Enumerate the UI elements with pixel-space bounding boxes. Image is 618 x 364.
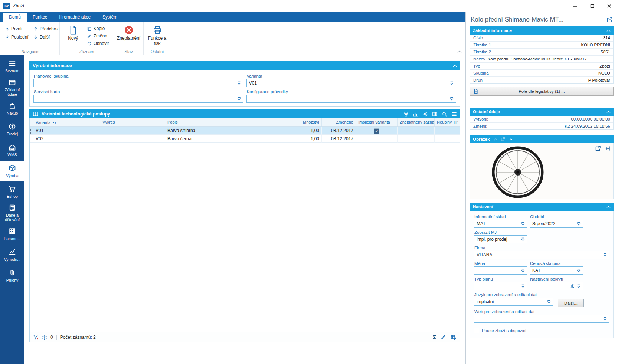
guide-config-select[interactable] <box>246 95 457 103</box>
filter-icon[interactable] <box>33 334 39 340</box>
sidebar-item-zakladni-udaje[interactable]: Základní údaje <box>0 77 24 98</box>
collapse-icon[interactable] <box>453 65 457 67</box>
col-varianta[interactable]: Varianta▲1 <box>33 118 100 126</box>
refresh-icon <box>87 41 92 46</box>
tab-hromadne-akce[interactable]: Hromadné akce <box>53 13 97 22</box>
col-zmeneno[interactable]: Změněno <box>322 118 356 126</box>
sidebar-item-nakup[interactable]: Nákup <box>0 98 24 119</box>
dropdown-icon[interactable] <box>602 315 608 322</box>
ribbon-collapse-button[interactable] <box>457 50 462 53</box>
service-card-select[interactable] <box>33 95 243 103</box>
print-icon[interactable] <box>403 111 409 117</box>
collapse-icon[interactable] <box>606 111 611 113</box>
col-neuplny-tp[interactable]: Neúplný TP <box>435 118 460 126</box>
dropdown-icon[interactable] <box>520 220 526 227</box>
sidebar-item-wms[interactable]: WMS <box>0 140 24 161</box>
dropdown-icon[interactable] <box>575 220 582 227</box>
dropdown-icon[interactable] <box>520 267 526 274</box>
table-row[interactable]: V02 Barva černá 1,00 08.12.2017 <box>30 135 460 143</box>
open-external-icon[interactable] <box>606 17 613 23</box>
table-menu-icon[interactable] <box>451 111 457 117</box>
columns-icon[interactable] <box>432 111 438 117</box>
dropdown-icon[interactable] <box>575 283 582 289</box>
sidebar-item-dane-a-uctovani[interactable]: Daně a účtování <box>0 202 24 224</box>
price-group-select[interactable]: KAT <box>530 266 583 275</box>
dropdown-icon[interactable] <box>236 80 242 86</box>
web-select[interactable] <box>474 315 609 323</box>
variant-select[interactable]: V01 <box>246 79 457 87</box>
new-button[interactable]: Nový <box>63 24 84 46</box>
snowflake-icon[interactable] <box>42 335 47 340</box>
detail-row-cislo: Číslo314 <box>470 35 613 42</box>
dropdown-icon[interactable] <box>448 80 455 86</box>
col-popis[interactable]: Popis <box>165 118 281 126</box>
gear-icon[interactable] <box>569 284 575 288</box>
edit-pencil-icon[interactable] <box>441 334 446 340</box>
tab-domu[interactable]: Domů <box>3 13 27 22</box>
col-vykres[interactable]: Výkres <box>100 118 165 126</box>
dropdown-icon[interactable] <box>448 95 455 102</box>
collapse-icon[interactable] <box>509 138 513 141</box>
display-mj-select[interactable]: impl. pro prodej <box>474 235 527 243</box>
plan-type-select[interactable] <box>474 282 527 290</box>
coverage-label: Nastavení pokrytí <box>530 277 583 281</box>
ribbon-tabstrip: Domů Funkce Hromadné akce Systém <box>0 12 465 22</box>
sidebar-item-seznam[interactable]: Seznam <box>0 56 24 77</box>
sidebar-item-eshop[interactable]: Eshop <box>0 181 24 202</box>
planning-group-select[interactable] <box>33 79 243 87</box>
table-row[interactable]: V01 Barva stříbrná 1,00 08.12.2017 ✓ <box>30 127 460 135</box>
invalidate-button[interactable]: Zneplatnění <box>118 24 140 41</box>
planning-group-label: Plánovací skupina <box>34 74 243 78</box>
sidebar-item-vyroba[interactable]: Výroba <box>0 161 24 181</box>
edit-button[interactable]: Změna <box>85 33 111 39</box>
tab-system[interactable]: Systém <box>97 13 123 22</box>
dropdown-icon[interactable] <box>520 236 526 243</box>
zoom-settings-icon[interactable] <box>442 111 447 117</box>
pin-icon[interactable] <box>493 137 498 141</box>
col-zneplatneny-zaznam[interactable]: Zneplatněný záznam <box>398 118 435 126</box>
close-button[interactable] <box>601 0 618 12</box>
currency-select[interactable] <box>474 266 527 275</box>
dropdown-icon[interactable] <box>546 298 552 305</box>
period-select[interactable]: Srpen/2022 <box>530 220 583 228</box>
minimize-button[interactable] <box>566 0 583 12</box>
dropdown-icon[interactable] <box>575 267 582 274</box>
sidebar-item-vyhodnoceni[interactable]: Vyhodn... <box>0 245 24 265</box>
sidebar-item-prilohy[interactable]: Přílohy <box>0 265 24 286</box>
legislative-fields-button[interactable]: Pole dle legislativy (1) ... <box>470 87 614 96</box>
collapse-icon[interactable] <box>606 206 611 208</box>
chart-icon[interactable] <box>413 111 418 117</box>
next-button[interactable]: Další <box>32 34 62 40</box>
dropdown-icon[interactable] <box>602 252 608 258</box>
table-edit-icon[interactable] <box>451 334 457 340</box>
last-button[interactable]: Poslední <box>3 34 30 40</box>
maximize-button[interactable] <box>583 0 601 12</box>
only-available-checkbox[interactable] <box>474 328 479 333</box>
more-button[interactable]: Další... <box>558 299 584 307</box>
dropdown-icon[interactable] <box>236 95 242 102</box>
only-available-row: Pouze zboží s dispozicí <box>474 328 609 333</box>
mill-icon[interactable] <box>422 111 428 117</box>
fit-width-icon[interactable] <box>604 145 610 151</box>
collapse-icon[interactable] <box>606 29 611 32</box>
col-implicitni-varianta[interactable]: Implicitní varianta <box>356 118 398 126</box>
copy-button[interactable]: Kopie <box>85 26 111 32</box>
company-select[interactable]: VITANA <box>474 251 609 259</box>
checkbox-checked[interactable]: ✓ <box>374 128 379 134</box>
calculator-icon <box>9 204 16 211</box>
previous-button[interactable]: Předchozí <box>32 26 62 32</box>
sum-icon[interactable]: Σ <box>433 334 436 340</box>
dropdown-icon[interactable] <box>520 283 526 289</box>
info-warehouse-select[interactable]: MAT <box>474 220 527 228</box>
sidebar-item-prodej[interactable]: Prodej <box>0 119 24 140</box>
sidebar-item-parametry[interactable]: Parame... <box>0 224 24 245</box>
popout-icon[interactable] <box>501 137 505 141</box>
functions-print-button[interactable]: Funkce a tisk <box>147 24 168 46</box>
open-image-external-icon[interactable] <box>595 145 601 151</box>
first-button[interactable]: První <box>3 26 30 32</box>
tab-funkce[interactable]: Funkce <box>27 13 53 22</box>
coverage-select[interactable] <box>530 282 583 290</box>
refresh-button[interactable]: Obnovit <box>85 40 111 46</box>
col-mnozstvi[interactable]: Množství <box>281 118 322 126</box>
language-select[interactable]: implicitní <box>474 298 553 306</box>
